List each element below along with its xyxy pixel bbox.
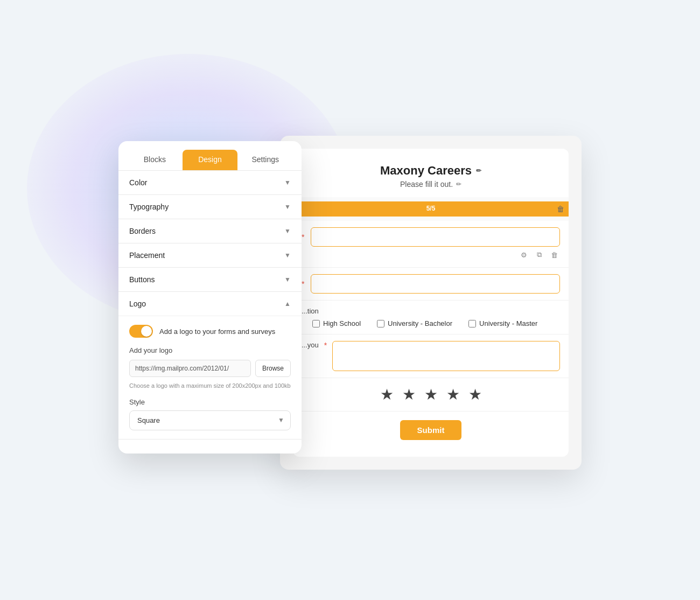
progress-delete-icon[interactable]: 🗑 — [557, 205, 564, 213]
logo-toggle-row: Add a logo to your forms and surveys — [129, 325, 291, 338]
checkbox-bachelor-label: University - Bachelor — [388, 319, 452, 327]
typography-chevron-icon: ▼ — [284, 203, 291, 211]
progress-bar-container: 5/5 🗑 — [293, 201, 569, 217]
logo-section-content: Add a logo to your forms and surveys Add… — [118, 316, 302, 439]
required-star-3: * — [324, 341, 327, 350]
field-2-input[interactable] — [311, 274, 560, 294]
scene-container: Maxony Careers ✏ Please fill it out. ✏ 5… — [118, 125, 582, 475]
logo-url-row: Browse — [129, 360, 291, 377]
form-title: Maxony Careers ✏ — [304, 164, 558, 178]
checkbox-label-row: ...tion — [302, 307, 560, 315]
borders-section-title: Borders — [129, 227, 156, 235]
field-1-actions: ⚙ ⧉ 🗑 — [302, 249, 560, 261]
logo-toggle-knob — [141, 326, 152, 337]
field-1-input[interactable] — [311, 227, 560, 247]
placement-section-title: Placement — [129, 251, 165, 260]
field-1-row: * — [302, 227, 560, 247]
panel-section-buttons: Buttons ▼ — [118, 268, 302, 292]
browse-button[interactable]: Browse — [255, 360, 291, 377]
buttons-section-header[interactable]: Buttons ▼ — [118, 268, 302, 291]
color-chevron-icon: ▼ — [284, 179, 291, 186]
form-header: Maxony Careers ✏ Please fill it out. ✏ — [293, 149, 569, 197]
logo-url-hint: Choose a logo with a maximum size of 200… — [129, 381, 291, 390]
star-3[interactable]: ★ — [424, 386, 438, 403]
form-field-2: * — [293, 268, 569, 301]
checkbox-master[interactable] — [468, 320, 476, 327]
required-star-1: * — [302, 233, 304, 241]
checkbox-option-master[interactable]: University - Master — [468, 319, 537, 327]
checkbox-option-highschool[interactable]: High School — [312, 319, 361, 327]
placement-chevron-icon: ▼ — [284, 252, 291, 259]
panel-section-borders: Borders ▼ — [118, 219, 302, 243]
buttons-section-title: Buttons — [129, 275, 155, 284]
borders-chevron-icon: ▼ — [284, 227, 291, 235]
placement-section-header[interactable]: Placement ▼ — [118, 243, 302, 267]
design-panel-card: Blocks Design Settings Color ▼ Typograph… — [118, 141, 302, 454]
progress-label: 5/5 — [426, 205, 436, 212]
tab-design[interactable]: Design — [183, 150, 238, 170]
color-section-header[interactable]: Color ▼ — [118, 171, 302, 194]
textarea-section: ...you * — [293, 334, 569, 378]
typography-section-title: Typography — [129, 203, 169, 211]
form-field-1: * ⚙ ⧉ 🗑 — [293, 221, 569, 268]
textarea-row: ...you * — [302, 341, 560, 371]
tab-blocks[interactable]: Blocks — [127, 150, 183, 170]
progress-section: 5/5 🗑 — [293, 197, 569, 221]
logo-style-label: Style — [129, 398, 291, 406]
logo-url-input[interactable] — [129, 360, 251, 377]
panel-section-typography: Typography ▼ — [118, 195, 302, 219]
star-1[interactable]: ★ — [380, 386, 394, 403]
add-logo-label: Add your logo — [129, 346, 291, 354]
logo-chevron-icon: ▲ — [284, 300, 291, 308]
logo-style-select-wrapper: Square Circle Rounded ▼ — [129, 410, 291, 430]
checkbox-bachelor[interactable] — [377, 320, 384, 327]
submit-button[interactable]: Submit — [400, 420, 462, 440]
checkbox-option-bachelor[interactable]: University - Bachelor — [377, 319, 452, 327]
logo-toggle-label: Add a logo to your forms and surveys — [159, 327, 275, 336]
typography-section-header[interactable]: Typography ▼ — [118, 195, 302, 219]
star-rating-section: ★ ★ ★ ★ ★ — [293, 378, 569, 411]
form-subtitle-text: Please fill it out. — [400, 180, 453, 189]
logo-section-title: Logo — [129, 299, 146, 308]
star-5[interactable]: ★ — [468, 386, 482, 403]
checkbox-section: ...tion High School University - Bachelo… — [293, 301, 569, 334]
logo-section-header[interactable]: Logo ▲ — [118, 292, 302, 316]
panel-section-logo: Logo ▲ Add a logo to your forms and surv… — [118, 292, 302, 439]
textarea-input[interactable] — [332, 341, 560, 371]
checkbox-master-label: University - Master — [479, 319, 537, 327]
buttons-chevron-icon: ▼ — [284, 276, 291, 283]
field-1-delete-btn[interactable]: 🗑 — [548, 249, 560, 261]
form-subtitle: Please fill it out. ✏ — [304, 180, 558, 189]
star-2[interactable]: ★ — [402, 386, 416, 403]
field-1-settings-btn[interactable]: ⚙ — [518, 249, 530, 261]
logo-style-select[interactable]: Square Circle Rounded — [129, 410, 291, 430]
panel-section-placement: Placement ▼ — [118, 243, 302, 268]
panel-section-color: Color ▼ — [118, 171, 302, 195]
submit-section: Submit — [293, 411, 569, 449]
logo-toggle-switch[interactable] — [129, 325, 153, 338]
field-2-row: * — [302, 274, 560, 294]
star-4[interactable]: ★ — [446, 386, 460, 403]
checkbox-highschool-label: High School — [323, 319, 361, 327]
field-1-copy-btn[interactable]: ⧉ — [533, 249, 545, 261]
checkbox-highschool[interactable] — [312, 320, 320, 327]
checkbox-options: High School University - Bachelor Univer… — [302, 319, 560, 327]
borders-section-header[interactable]: Borders ▼ — [118, 219, 302, 243]
form-subtitle-edit-icon[interactable]: ✏ — [456, 180, 461, 188]
checkbox-section-label: ...tion — [302, 307, 319, 315]
form-title-edit-icon[interactable]: ✏ — [476, 167, 481, 175]
panel-tabs: Blocks Design Settings — [118, 141, 302, 171]
form-title-text: Maxony Careers — [380, 164, 472, 178]
textarea-label: ...you — [302, 341, 319, 349]
tab-settings[interactable]: Settings — [237, 150, 293, 170]
form-card-inner: Maxony Careers ✏ Please fill it out. ✏ 5… — [293, 149, 569, 457]
form-preview-card: Maxony Careers ✏ Please fill it out. ✏ 5… — [280, 136, 582, 470]
required-star-2: * — [302, 280, 304, 288]
color-section-title: Color — [129, 178, 147, 187]
